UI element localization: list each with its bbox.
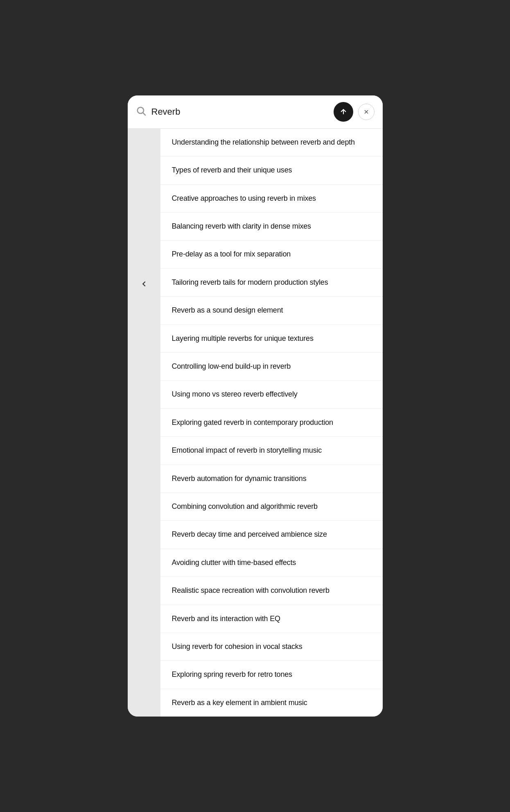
result-text: Combining convolution and algorithmic re… bbox=[172, 502, 318, 511]
list-item[interactable]: Reverb as a sound design element bbox=[160, 297, 383, 324]
result-text: Reverb decay time and perceived ambience… bbox=[172, 530, 327, 539]
search-close-button[interactable] bbox=[358, 104, 375, 120]
result-text: Layering multiple reverbs for unique tex… bbox=[172, 334, 314, 343]
list-item[interactable]: Understanding the relationship between r… bbox=[160, 129, 383, 157]
list-item[interactable]: Emotional impact of reverb in storytelli… bbox=[160, 437, 383, 465]
result-text: Using reverb for cohesion in vocal stack… bbox=[172, 642, 302, 651]
result-text: Exploring spring reverb for retro tones bbox=[172, 670, 292, 679]
result-text: Controlling low-end build-up in reverb bbox=[172, 362, 291, 371]
list-item[interactable]: Using mono vs stereo reverb effectively bbox=[160, 381, 383, 408]
result-text: Reverb as a sound design element bbox=[172, 306, 283, 315]
list-item[interactable]: Avoiding clutter with time-based effects bbox=[160, 549, 383, 577]
list-item[interactable]: Balancing reverb with clarity in dense m… bbox=[160, 213, 383, 240]
result-text: Reverb as a key element in ambient music bbox=[172, 698, 307, 708]
list-item[interactable]: Realistic space recreation with convolut… bbox=[160, 577, 383, 605]
back-button[interactable] bbox=[136, 276, 152, 292]
content-area: Understanding the relationship between r… bbox=[128, 129, 383, 717]
list-item[interactable]: Reverb as a key element in ambient music bbox=[160, 689, 383, 717]
result-text: Realistic space recreation with convolut… bbox=[172, 586, 329, 595]
list-item[interactable]: Reverb automation for dynamic transition… bbox=[160, 465, 383, 493]
search-bar bbox=[128, 95, 383, 129]
list-item[interactable]: Layering multiple reverbs for unique tex… bbox=[160, 325, 383, 353]
result-text: Using mono vs stereo reverb effectively bbox=[172, 390, 298, 399]
list-item[interactable]: Exploring spring reverb for retro tones bbox=[160, 661, 383, 689]
list-item[interactable]: Tailoring reverb tails for modern produc… bbox=[160, 269, 383, 297]
list-item[interactable]: Pre-delay as a tool for mix separation bbox=[160, 240, 383, 268]
result-text: Reverb automation for dynamic transition… bbox=[172, 474, 307, 483]
result-text: Creative approaches to using reverb in m… bbox=[172, 194, 316, 203]
svg-point-0 bbox=[137, 107, 143, 113]
result-text: Types of reverb and their unique uses bbox=[172, 166, 292, 175]
result-text: Exploring gated reverb in contemporary p… bbox=[172, 418, 333, 427]
results-list: Understanding the relationship between r… bbox=[160, 129, 383, 717]
list-item[interactable]: Creative approaches to using reverb in m… bbox=[160, 185, 383, 213]
sidebar-nav bbox=[128, 129, 160, 717]
search-input[interactable] bbox=[151, 107, 329, 117]
result-text: Balancing reverb with clarity in dense m… bbox=[172, 222, 311, 231]
result-text: Reverb and its interaction with EQ bbox=[172, 614, 280, 624]
result-text: Emotional impact of reverb in storytelli… bbox=[172, 446, 322, 455]
result-text: Pre-delay as a tool for mix separation bbox=[172, 249, 291, 259]
result-text: Tailoring reverb tails for modern produc… bbox=[172, 278, 328, 287]
list-item[interactable]: Using reverb for cohesion in vocal stack… bbox=[160, 633, 383, 661]
list-item[interactable]: Reverb decay time and perceived ambience… bbox=[160, 521, 383, 549]
list-item[interactable]: Exploring gated reverb in contemporary p… bbox=[160, 409, 383, 437]
svg-line-1 bbox=[142, 113, 145, 116]
search-icon bbox=[136, 106, 147, 118]
result-text: Understanding the relationship between r… bbox=[172, 138, 355, 147]
app-container: Understanding the relationship between r… bbox=[128, 95, 383, 717]
list-item[interactable]: Controlling low-end build-up in reverb bbox=[160, 353, 383, 381]
search-submit-button[interactable] bbox=[334, 102, 353, 122]
list-item[interactable]: Reverb and its interaction with EQ bbox=[160, 605, 383, 633]
list-item[interactable]: Types of reverb and their unique uses bbox=[160, 157, 383, 184]
list-item[interactable]: Combining convolution and algorithmic re… bbox=[160, 493, 383, 521]
result-text: Avoiding clutter with time-based effects bbox=[172, 558, 296, 567]
